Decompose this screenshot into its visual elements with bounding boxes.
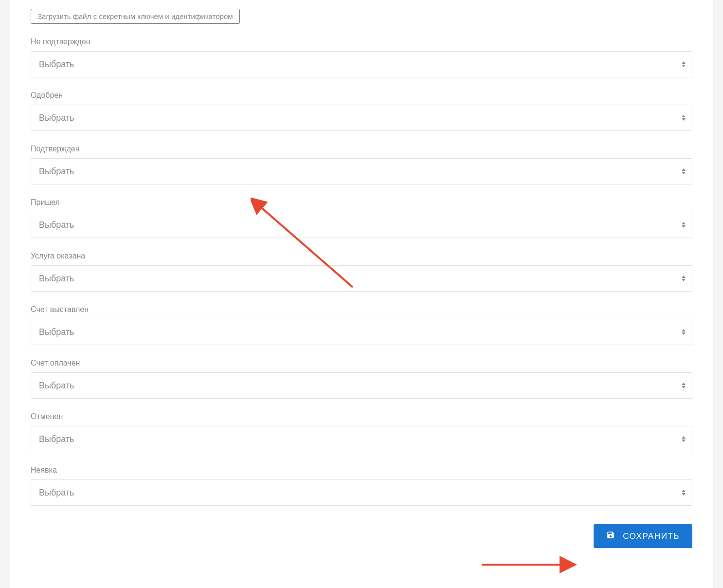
select-wrapper-not-confirmed: Выбрать xyxy=(31,51,692,77)
select-wrapper-invoice-issued: Выбрать xyxy=(31,319,692,345)
select-no-show[interactable]: Выбрать xyxy=(31,479,692,506)
select-wrapper-invoice-paid: Выбрать xyxy=(31,372,692,399)
save-button[interactable]: СОХРАНИТЬ xyxy=(594,524,692,548)
select-value-invoice-paid: Выбрать xyxy=(39,381,74,390)
label-arrived: Пришел xyxy=(31,198,692,207)
select-service-done[interactable]: Выбрать xyxy=(31,265,692,292)
select-wrapper-no-show: Выбрать xyxy=(31,479,692,506)
field-no-show: Неявка Выбрать xyxy=(31,466,692,506)
field-invoice-paid: Счет оплачен Выбрать xyxy=(31,359,692,399)
label-invoice-paid: Счет оплачен xyxy=(31,359,692,368)
settings-form-panel: Загрузить файл с секретным ключем и иден… xyxy=(10,0,713,588)
save-button-label: СОХРАНИТЬ xyxy=(623,532,680,541)
select-wrapper-arrived: Выбрать xyxy=(31,212,692,238)
upload-key-file-label: Загрузить файл с секретным ключем и иден… xyxy=(37,12,233,20)
select-invoice-issued[interactable]: Выбрать xyxy=(31,319,692,345)
select-invoice-paid[interactable]: Выбрать xyxy=(31,372,692,399)
label-not-confirmed: Не подтвержден xyxy=(31,37,692,46)
select-value-invoice-issued: Выбрать xyxy=(39,327,74,337)
field-not-confirmed: Не подтвержден Выбрать xyxy=(31,37,692,77)
field-approved: Одобрен Выбрать xyxy=(31,91,692,131)
label-no-show: Неявка xyxy=(31,466,692,475)
label-approved: Одобрен xyxy=(31,91,692,100)
select-value-service-done: Выбрать xyxy=(39,274,74,283)
select-approved[interactable]: Выбрать xyxy=(31,105,692,131)
form-actions: СОХРАНИТЬ xyxy=(31,524,692,548)
select-wrapper-approved: Выбрать xyxy=(31,105,692,131)
field-service-done: Услуга оказана Выбрать xyxy=(31,252,692,292)
select-wrapper-cancelled: Выбрать xyxy=(31,426,692,452)
field-confirmed: Подтвержден Выбрать xyxy=(31,145,692,184)
field-invoice-issued: Счет выставлен Выбрать xyxy=(31,305,692,345)
label-confirmed: Подтвержден xyxy=(31,145,692,153)
select-wrapper-confirmed: Выбрать xyxy=(31,158,692,184)
select-confirmed[interactable]: Выбрать xyxy=(31,158,692,184)
select-not-confirmed[interactable]: Выбрать xyxy=(31,51,692,77)
select-arrived[interactable]: Выбрать xyxy=(31,212,692,238)
select-value-no-show: Выбрать xyxy=(39,488,74,497)
select-value-arrived: Выбрать xyxy=(39,220,74,230)
label-service-done: Услуга оказана xyxy=(31,252,692,260)
select-cancelled[interactable]: Выбрать xyxy=(31,426,692,452)
upload-key-file-button[interactable]: Загрузить файл с секретным ключем и иден… xyxy=(31,9,240,24)
select-value-not-confirmed: Выбрать xyxy=(39,59,74,69)
save-icon xyxy=(606,531,615,542)
select-wrapper-service-done: Выбрать xyxy=(31,265,692,292)
label-cancelled: Отменен xyxy=(31,412,692,421)
select-value-confirmed: Выбрать xyxy=(39,166,74,176)
select-value-cancelled: Выбрать xyxy=(39,434,74,444)
field-cancelled: Отменен Выбрать xyxy=(31,412,692,452)
label-invoice-issued: Счет выставлен xyxy=(31,305,692,314)
select-value-approved: Выбрать xyxy=(39,113,74,123)
field-arrived: Пришел Выбрать xyxy=(31,198,692,238)
